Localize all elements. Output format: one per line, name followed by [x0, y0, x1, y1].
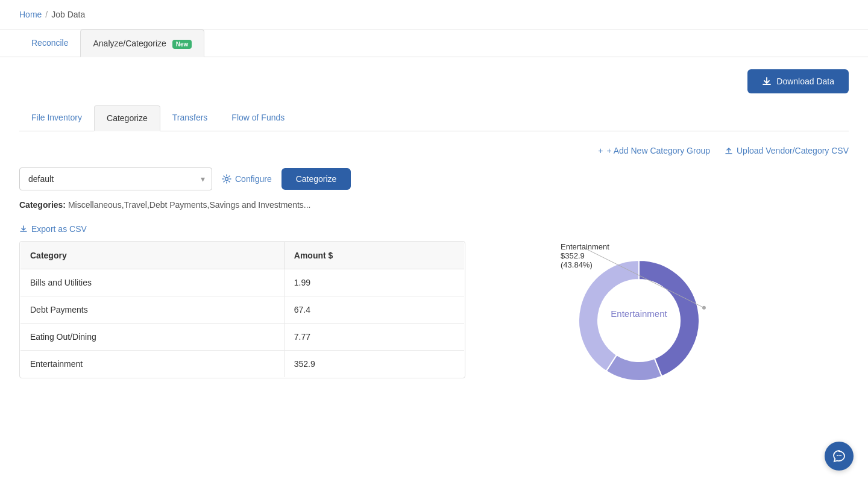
download-row: Download Data — [19, 69, 849, 93]
breadcrumb-current: Job Data — [51, 10, 85, 19]
breadcrumb-separator: / — [45, 10, 48, 19]
breadcrumb-home[interactable]: Home — [19, 10, 42, 19]
add-category-group-link[interactable]: + + Add New Category Group — [598, 146, 710, 155]
gear-icon — [222, 174, 231, 184]
svg-point-0 — [225, 178, 228, 181]
category-table: Category Amount $ Bills and Utilities 1.… — [20, 242, 465, 378]
dropdown-select[interactable]: default — [19, 167, 212, 190]
cell-category: Debt Payments — [20, 296, 285, 324]
sub-tabs: File Inventory Categorize Transfers Flow… — [19, 105, 849, 131]
column-header-category: Category — [20, 242, 285, 269]
chart-annotation-text: Entertainment $352.9 (43.84%) — [561, 242, 609, 269]
cell-amount: 7.77 — [284, 324, 464, 351]
download-data-button[interactable]: Download Data — [747, 69, 849, 93]
cell-amount: 1.99 — [284, 269, 464, 296]
categories-line: Categories: Miscellaneous,Travel,Debt Pa… — [19, 200, 849, 210]
new-badge: New — [172, 40, 192, 49]
tab-transfers[interactable]: Transfers — [160, 105, 220, 131]
left-column: Export as CSV Category Amount $ Bills an… — [19, 224, 465, 405]
chart-annotation-name: Entertainment — [561, 242, 609, 251]
configure-button[interactable]: Configure — [222, 174, 272, 184]
breadcrumb: Home / Job Data — [0, 0, 868, 30]
export-icon — [19, 225, 28, 233]
action-row: + + Add New Category Group Upload Vendor… — [19, 146, 849, 155]
export-csv-link[interactable]: Export as CSV — [19, 224, 465, 234]
column-header-amount: Amount $ — [284, 242, 464, 269]
controls-row: default ▾ Configure Categorize — [19, 167, 849, 190]
upload-vendor-csv-link[interactable]: Upload Vendor/Category CSV — [725, 146, 849, 155]
tab-categorize[interactable]: Categorize — [94, 105, 160, 131]
cell-amount: 352.9 — [284, 351, 464, 378]
table-row[interactable]: Debt Payments 67.4 — [20, 296, 465, 324]
cell-amount: 67.4 — [284, 296, 464, 324]
two-column-layout: Export as CSV Category Amount $ Bills an… — [19, 224, 849, 405]
cell-category: Eating Out/Dining — [20, 324, 285, 351]
table-row[interactable]: Bills and Utilities 1.99 — [20, 269, 465, 296]
main-content: Download Data File Inventory Categorize … — [0, 57, 868, 417]
chart-annotation-wrapper: Entertainment $352.9 (43.84%) Entertainm… — [555, 236, 784, 405]
top-tabs: Reconcile Analyze/Categorize New — [0, 30, 868, 57]
chart-connector-dot — [702, 306, 706, 310]
chart-center-label: Entertainment — [611, 308, 667, 319]
chart-annotation-pct: (43.84%) — [561, 260, 609, 269]
download-icon — [762, 77, 772, 86]
category-group-dropdown[interactable]: default ▾ — [19, 167, 212, 190]
tab-analyze-categorize[interactable]: Analyze/Categorize New — [80, 30, 204, 57]
tab-file-inventory[interactable]: File Inventory — [19, 105, 94, 131]
cell-category: Bills and Utilities — [20, 269, 285, 296]
categorize-button[interactable]: Categorize — [281, 168, 351, 190]
upload-icon — [725, 146, 733, 155]
right-column: Entertainment $352.9 (43.84%) Entertainm… — [489, 224, 849, 405]
plus-icon: + — [598, 146, 603, 155]
tab-flow-of-funds[interactable]: Flow of Funds — [219, 105, 297, 131]
table-row[interactable]: Eating Out/Dining 7.77 — [20, 324, 465, 351]
tab-reconcile[interactable]: Reconcile — [19, 30, 80, 57]
chart-annotation-amount: $352.9 — [561, 251, 609, 260]
data-table-wrapper[interactable]: Category Amount $ Bills and Utilities 1.… — [19, 241, 465, 378]
cell-category: Entertainment — [20, 351, 285, 378]
table-row[interactable]: Entertainment 352.9 — [20, 351, 465, 378]
